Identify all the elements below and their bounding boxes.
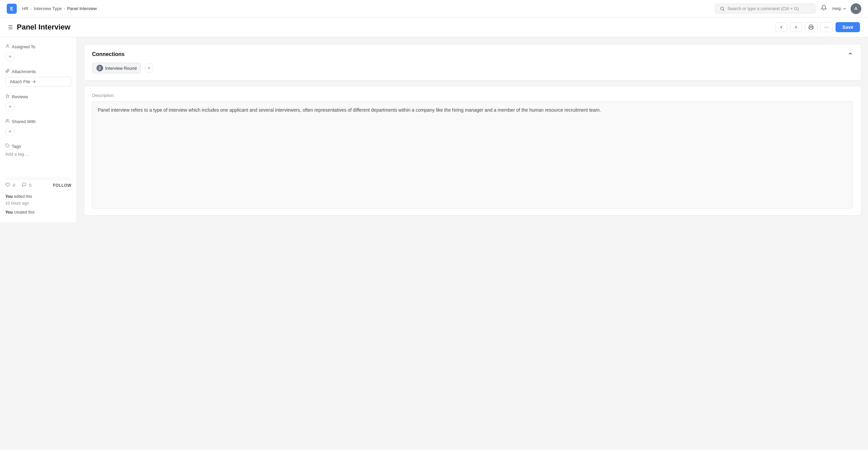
activity-2-you: You — [5, 210, 13, 215]
svg-point-0 — [721, 7, 724, 10]
reviews-label: Reviews — [12, 94, 28, 99]
breadcrumb-current: Panel Interview — [67, 6, 97, 11]
menu-icon[interactable]: ☰ — [8, 24, 13, 30]
topbar: E › HR › Interview Type › Panel Intervie… — [0, 0, 868, 18]
interview-round-badge[interactable]: 2 Interview Round — [92, 63, 141, 74]
tags-section: Tags Add a tag ... — [5, 143, 71, 157]
activity-2: You created this — [5, 206, 71, 216]
help-button[interactable]: Help — [832, 6, 846, 11]
notifications-button[interactable] — [819, 3, 828, 14]
attachments-label: Attachments — [12, 69, 36, 74]
bell-icon — [821, 5, 827, 11]
shared-with-label: Shared With — [12, 119, 36, 124]
sidebar-footer: 0 · 0 FOLLOW You edited this 10 hours ag… — [5, 176, 71, 216]
more-options-button[interactable] — [820, 22, 833, 32]
breadcrumb-interview-type[interactable]: Interview Type — [34, 6, 62, 11]
add-assigned-to-button[interactable]: + — [5, 52, 15, 61]
follow-button[interactable]: FOLLOW — [53, 183, 71, 188]
chevron-down-icon — [842, 7, 846, 11]
plus-icon — [32, 80, 36, 84]
avatar[interactable]: A — [850, 3, 861, 14]
sep-1: › — [19, 6, 20, 11]
connections-row: 2 Interview Round + — [92, 63, 853, 74]
sep-3: › — [64, 6, 65, 11]
dot-separator: · — [18, 183, 19, 188]
breadcrumb-hr[interactable]: HR — [22, 6, 28, 11]
add-connection-button[interactable]: + — [144, 63, 154, 73]
comment-icon[interactable] — [22, 182, 27, 188]
footer-actions: 0 · 0 FOLLOW — [5, 179, 71, 191]
user-icon — [5, 44, 10, 49]
connections-title: Connections — [92, 51, 125, 57]
prev-button[interactable] — [775, 23, 787, 32]
activity-1-you: You — [5, 194, 13, 199]
svg-point-6 — [7, 45, 8, 46]
next-button[interactable] — [790, 23, 802, 32]
like-icon[interactable] — [5, 182, 10, 188]
connections-card-header: Connections — [92, 51, 853, 57]
search-placeholder: Search or type a command (Ctrl + G) — [727, 6, 799, 11]
content-area: Assigned To + Attachments Attach File — [0, 37, 868, 222]
breadcrumb-area: E › HR › Interview Type › Panel Intervie… — [7, 4, 97, 14]
svg-point-3 — [825, 27, 826, 28]
reviews-section: Reviews + — [5, 94, 71, 111]
tag-icon — [5, 143, 10, 149]
chevron-left-icon — [779, 25, 784, 29]
sidebar: Assigned To + Attachments Attach File — [0, 37, 77, 222]
activity-1: You edited this 10 hours ago — [5, 191, 71, 206]
interview-round-count: 2 — [96, 65, 103, 72]
star-icon — [5, 94, 10, 99]
add-tag-link[interactable]: Add a tag ... — [5, 151, 71, 157]
comments-count: 0 — [29, 183, 31, 188]
tags-header: Tags — [5, 143, 71, 149]
svg-point-5 — [828, 27, 829, 28]
connections-collapse-button[interactable] — [847, 51, 853, 57]
likes-count: 0 — [13, 183, 15, 188]
description-card: Description Panel interview refers to a … — [84, 86, 861, 216]
connections-card: Connections 2 Interview Round + — [84, 44, 861, 81]
divider — [5, 178, 71, 178]
attach-file-label: Attach File — [10, 79, 30, 84]
topbar-right: Search or type a command (Ctrl + G) Help… — [715, 3, 861, 14]
description-text[interactable]: Panel interview refers to a type of inte… — [92, 101, 853, 208]
tags-label: Tags — [12, 144, 21, 149]
svg-line-1 — [723, 9, 725, 11]
page-title: Panel Interview — [17, 23, 70, 31]
chevron-up-icon — [847, 51, 853, 56]
activity-1-time: 10 hours ago — [5, 201, 29, 205]
add-review-button[interactable]: + — [5, 102, 15, 111]
paperclip-icon — [5, 69, 10, 74]
sep-2: › — [30, 6, 32, 11]
page-header: ☰ Panel Interview Save — [0, 18, 868, 37]
svg-rect-2 — [810, 28, 812, 29]
main-content: Connections 2 Interview Round + Descript… — [77, 37, 868, 222]
ellipsis-icon — [824, 25, 829, 30]
chevron-right-icon — [794, 25, 798, 29]
assigned-to-section: Assigned To + — [5, 44, 71, 61]
activity-2-text: created this — [14, 210, 34, 215]
shared-with-header: Shared With — [5, 119, 71, 124]
svg-point-4 — [826, 27, 827, 28]
shared-with-section: Shared With + — [5, 119, 71, 136]
page-header-right: Save — [775, 22, 860, 32]
search-icon — [720, 6, 725, 11]
add-shared-with-button[interactable]: + — [5, 127, 15, 136]
app-icon[interactable]: E — [7, 4, 17, 14]
search-bar[interactable]: Search or type a command (Ctrl + G) — [715, 4, 815, 13]
people-icon — [5, 119, 10, 124]
attachments-section: Attachments Attach File — [5, 69, 71, 86]
print-button[interactable] — [805, 22, 817, 32]
save-button[interactable]: Save — [836, 22, 860, 32]
assigned-to-label: Assigned To — [12, 44, 35, 49]
svg-marker-9 — [6, 94, 9, 97]
assigned-to-header: Assigned To — [5, 44, 71, 49]
reviews-header: Reviews — [5, 94, 71, 99]
interview-round-label: Interview Round — [105, 66, 136, 71]
activity-1-text: edited this — [14, 194, 32, 199]
svg-point-10 — [6, 119, 8, 121]
attach-file-button[interactable]: Attach File — [5, 77, 71, 86]
printer-icon — [808, 25, 814, 30]
page-header-left: ☰ Panel Interview — [8, 23, 70, 31]
description-label: Description — [92, 93, 853, 98]
attachments-header: Attachments — [5, 69, 71, 74]
